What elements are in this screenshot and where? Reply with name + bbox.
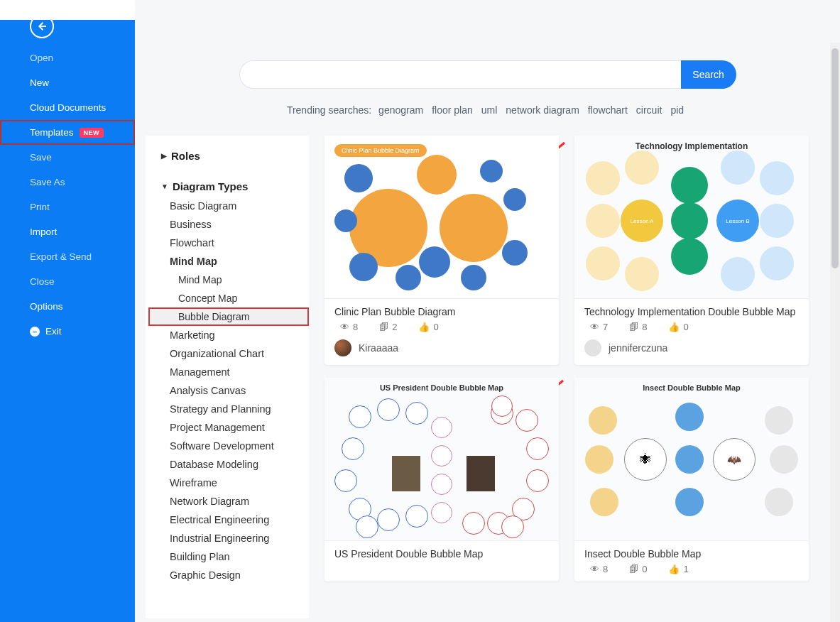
template-title: Technology Implementation Double Bubble … bbox=[574, 299, 809, 322]
search-button[interactable]: Search bbox=[681, 60, 736, 89]
sidebar-item-open[interactable]: Open bbox=[0, 45, 135, 70]
category-panel: ▶Roles ▼Diagram Types Basic DiagramBusin… bbox=[146, 136, 309, 618]
category-item[interactable]: Industrial Engineering bbox=[148, 529, 309, 547]
template-card[interactable]: US President Double Bubble MapUS Preside… bbox=[324, 378, 559, 582]
copies-stat: 🗐0 bbox=[629, 564, 647, 574]
sidebar-item-cloud-documents[interactable]: Cloud Documents bbox=[0, 95, 135, 120]
template-title: US President Double Bubble Map bbox=[324, 541, 559, 564]
category-item[interactable]: Network Diagram bbox=[148, 492, 309, 511]
category-item[interactable]: Project Management bbox=[148, 418, 309, 437]
category-item[interactable]: Flowchart bbox=[148, 234, 309, 252]
template-grid: Clinic Plan Bubble DiagramClinic Plan Bu… bbox=[309, 136, 840, 618]
category-item[interactable]: Organizational Chart bbox=[148, 344, 309, 363]
category-item[interactable]: Marketing bbox=[148, 326, 309, 344]
sidebar-item-save-as[interactable]: Save As bbox=[0, 170, 135, 195]
sidebar: OpenNewCloud DocumentsTemplatesNEWSaveSa… bbox=[0, 0, 135, 622]
sidebar-item-label: Export & Send bbox=[30, 251, 92, 262]
sidebar-item-import[interactable]: Import bbox=[0, 219, 135, 244]
copy-icon: 🗐 bbox=[379, 322, 388, 332]
category-item[interactable]: Analysis Canvas bbox=[148, 381, 309, 400]
trending-tag[interactable]: network diagram bbox=[506, 104, 579, 116]
category-item[interactable]: Electrical Engineering bbox=[148, 511, 309, 529]
eye-icon: 👁 bbox=[590, 564, 599, 574]
search-wrap: Search bbox=[135, 60, 840, 89]
app-root: Wondershare EdrawMax — ▢ ✕ Vickie ▼ Open… bbox=[0, 0, 840, 622]
trending-tag[interactable]: uml bbox=[481, 104, 498, 116]
sidebar-item-label: Options bbox=[30, 301, 63, 312]
trending-tag[interactable]: genogram bbox=[378, 104, 423, 116]
sidebar-item-new[interactable]: New bbox=[0, 70, 135, 95]
thumb-title: US President Double Bubble Map bbox=[324, 383, 559, 392]
views-stat: 👁7 bbox=[590, 322, 608, 332]
trending-tag[interactable]: floor plan bbox=[432, 104, 473, 116]
copies-stat: 🗐8 bbox=[629, 322, 647, 332]
copy-icon: 🗐 bbox=[629, 564, 638, 574]
avatar bbox=[584, 339, 601, 356]
thumbs-up-icon: 👍 bbox=[418, 322, 430, 332]
sidebar-item-label: Templates bbox=[30, 127, 74, 138]
sidebar-item-label: Close bbox=[30, 276, 55, 287]
sidebar-item-save[interactable]: Save bbox=[0, 145, 135, 170]
category-item[interactable]: Business bbox=[148, 215, 309, 234]
author-name: jenniferczuna bbox=[609, 342, 667, 354]
sidebar-item-label: Save As bbox=[30, 177, 65, 187]
likes-stat: 👍0 bbox=[418, 322, 438, 332]
category-item[interactable]: Wireframe bbox=[148, 474, 309, 492]
sidebar-item-label: Cloud Documents bbox=[30, 102, 106, 113]
template-stats: 👁8🗐0👍1 bbox=[574, 564, 809, 574]
category-item[interactable]: Software Development bbox=[148, 437, 309, 455]
trending-tag[interactable]: circuit bbox=[636, 104, 662, 116]
template-title: Clinic Plan Bubble Diagram bbox=[324, 299, 559, 322]
main-area: Search Trending searches: genogramfloor … bbox=[135, 0, 840, 622]
sidebar-item-label: Exit bbox=[45, 326, 62, 337]
sidebar-item-print[interactable]: Print bbox=[0, 195, 135, 219]
category-item[interactable]: Basic Diagram bbox=[148, 197, 309, 215]
new-badge: NEW bbox=[80, 128, 104, 138]
template-thumbnail: US President Double Bubble Map bbox=[324, 378, 559, 541]
sidebar-item-label: Open bbox=[30, 53, 53, 63]
category-item[interactable]: Strategy and Planning bbox=[148, 400, 309, 418]
sidebar-item-templates[interactable]: TemplatesNEW bbox=[0, 120, 135, 145]
template-stats: 👁7🗐8👍0 bbox=[574, 322, 809, 332]
subcategory-item[interactable]: Bubble Diagram bbox=[148, 307, 309, 326]
template-card[interactable]: Clinic Plan Bubble DiagramClinic Plan Bu… bbox=[324, 136, 559, 365]
sidebar-item-label: Save bbox=[30, 152, 52, 163]
trending-tag[interactable]: flowchart bbox=[588, 104, 628, 116]
category-item[interactable]: Graphic Design bbox=[148, 566, 309, 584]
likes-stat: 👍1 bbox=[668, 564, 688, 574]
template-card[interactable]: Insect Double Bubble Map🕷🦇Insect Double … bbox=[574, 378, 809, 582]
trending-row: Trending searches: genogramfloor planuml… bbox=[135, 104, 840, 116]
template-author: Kiraaaaa bbox=[324, 332, 559, 358]
copy-icon: 🗐 bbox=[629, 322, 638, 332]
views-stat: 👁8 bbox=[590, 564, 608, 574]
trending-label: Trending searches: bbox=[287, 104, 371, 116]
sidebar-item-options[interactable]: Options bbox=[0, 294, 135, 319]
diagram-types-section[interactable]: ▼Diagram Types bbox=[148, 176, 309, 197]
sidebar-item-exit[interactable]: –Exit bbox=[0, 319, 135, 344]
roles-section[interactable]: ▶Roles bbox=[148, 146, 309, 166]
template-thumbnail: Insect Double Bubble Map🕷🦇 bbox=[574, 378, 809, 541]
thumb-banner: Clinic Plan Bubble Diagram bbox=[334, 144, 427, 157]
search-input[interactable] bbox=[239, 60, 681, 89]
template-card[interactable]: Technology ImplementationLesson ALesson … bbox=[574, 136, 809, 365]
category-item[interactable]: Building Plan bbox=[148, 547, 309, 566]
eye-icon: 👁 bbox=[590, 322, 599, 332]
template-thumbnail: Clinic Plan Bubble Diagram bbox=[324, 136, 559, 299]
sidebar-item-export-send[interactable]: Export & Send bbox=[0, 244, 135, 269]
subcategory-item[interactable]: Concept Map bbox=[148, 289, 309, 307]
category-item[interactable]: Mind Map bbox=[148, 252, 309, 271]
thumbs-up-icon: 👍 bbox=[668, 322, 680, 332]
trending-tag[interactable]: pid bbox=[670, 104, 684, 116]
template-title: Insect Double Bubble Map bbox=[574, 541, 809, 564]
category-item[interactable]: Management bbox=[148, 363, 309, 381]
thumb-title: Technology Implementation bbox=[574, 141, 809, 151]
subcategory-item[interactable]: Mind Map bbox=[148, 271, 309, 289]
sidebar-item-label: Print bbox=[30, 202, 50, 212]
sidebar-item-close[interactable]: Close bbox=[0, 269, 135, 294]
eye-icon: 👁 bbox=[340, 322, 349, 332]
likes-stat: 👍0 bbox=[668, 322, 688, 332]
author-name: Kiraaaaa bbox=[359, 342, 398, 354]
exit-icon: – bbox=[30, 327, 40, 337]
thumbs-up-icon: 👍 bbox=[668, 564, 680, 574]
category-item[interactable]: Database Modeling bbox=[148, 455, 309, 474]
